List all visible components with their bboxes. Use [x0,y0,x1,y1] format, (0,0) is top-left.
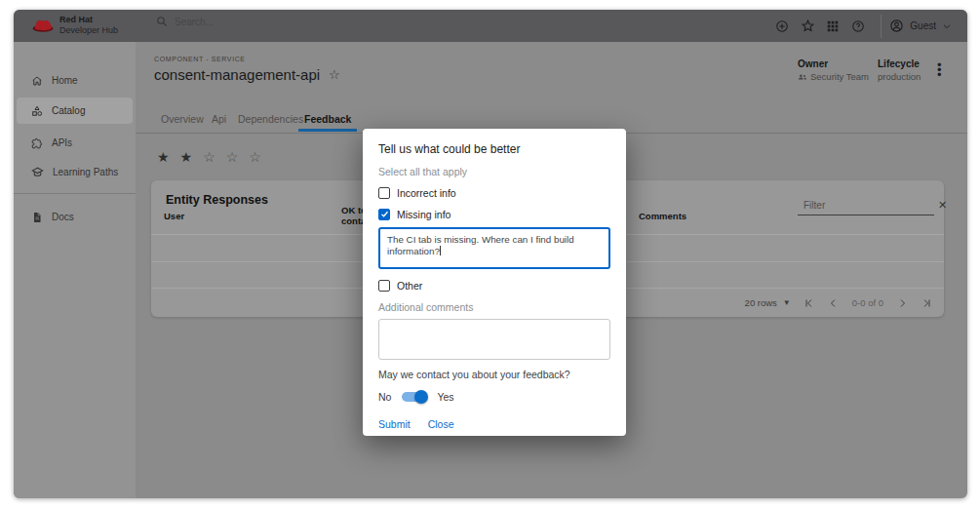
user-name: Guest [910,20,936,31]
pagination-range: 0-0 of 0 [852,297,883,308]
sidebar-item-home[interactable]: Home [17,67,133,94]
dialog-actions: Submit Close [378,418,610,430]
close-button[interactable]: Close [428,418,454,430]
feedback-text: The CI tab is missing. Where can I find … [387,234,574,256]
prev-page-button[interactable] [828,297,840,309]
dialog-title: Tell us what could be better [378,142,610,156]
toggle-on-label: Yes [437,391,453,403]
app-grid-icon[interactable] [820,20,845,33]
tab-dependencies[interactable]: Dependencies [238,113,303,125]
rating-star-4[interactable]: ☆ [226,149,239,165]
sidebar-item-learning-paths[interactable]: Learning Paths [17,159,133,185]
sidebar-divider [14,193,136,194]
contact-toggle[interactable] [402,392,426,402]
next-page-button[interactable] [896,297,908,309]
search-icon [156,16,168,27]
app-window: Red Hat Developer Hub [14,10,967,498]
header-divider [881,15,882,38]
docs-icon [31,212,43,223]
card-title: Entity Responses [166,193,268,207]
redhat-logo-icon [31,17,55,33]
catalog-icon [31,105,43,117]
help-icon[interactable] [845,20,871,33]
contact-question: May we contact you about your feedback? [378,369,610,381]
toggle-off-label: No [378,391,391,403]
api-puzzle-icon [31,137,43,149]
sidebar-item-label: Catalog [52,105,85,116]
chevron-down-icon [942,21,952,31]
rating-star-3[interactable]: ☆ [203,149,216,165]
tab-overview[interactable]: Overview [161,113,204,125]
page-title: consent-management-api [154,66,320,83]
learning-paths-icon [31,166,44,178]
favorite-entity-star-icon[interactable]: ☆ [329,67,340,82]
checkbox-label: Other [397,280,422,292]
rating-stars: ★ ★ ☆ ☆ ☆ [157,149,261,165]
contact-toggle-row: No Yes [378,388,610,405]
favorites-star-icon[interactable] [795,19,820,33]
add-circle-icon[interactable] [769,20,795,33]
brand-text: Red Hat Developer Hub [59,15,118,35]
lifecycle-label: Lifecycle [878,59,921,69]
sidebar-item-label: Learning Paths [53,167,118,177]
header-actions: Guest [769,10,967,42]
column-header-comments[interactable]: Comments [639,211,686,221]
global-header: Red Hat Developer Hub [14,10,967,42]
additional-comments-label: Additional comments [378,301,610,314]
lifecycle-block: Lifecycle production [878,59,921,82]
sidebar-item-label: Docs [52,212,74,222]
checkbox-label: Incorrect info [397,187,456,199]
lifecycle-value: production [878,71,921,82]
dialog-subtitle: Select all that apply [378,166,610,178]
entity-title-row: consent-management-api ☆ [154,66,340,83]
submit-button[interactable]: Submit [378,418,411,430]
tab-feedback[interactable]: Feedback [304,113,351,125]
sidebar-item-apis[interactable]: APIs [17,130,133,156]
rating-star-5[interactable]: ☆ [249,149,261,165]
checkbox-icon[interactable] [378,280,390,292]
owner-value[interactable]: Security Team [810,71,869,82]
sidebar-item-label: Home [52,75,78,86]
checkbox-icon[interactable] [378,187,390,199]
global-search[interactable] [156,16,321,27]
sidebar-item-docs[interactable]: Docs [17,204,133,230]
screenshot-canvas: Red Hat Developer Hub [0,0,980,508]
search-input[interactable] [175,17,321,27]
additional-comments-textarea[interactable] [378,319,610,360]
group-icon [798,72,807,82]
text-cursor [440,246,441,255]
last-page-button[interactable] [921,297,932,309]
sidebar-item-label: APIs [52,137,72,148]
feedback-dialog: Tell us what could be better Select all … [363,129,626,436]
sidebar-item-catalog[interactable]: Catalog [17,98,133,124]
filter-input[interactable] [804,200,932,211]
filter-clear-icon[interactable]: ✕ [938,199,947,212]
brand-line1: Red Hat [59,15,118,25]
brand-line2: Developer Hub [59,25,118,36]
checkbox-label: Missing info [397,209,451,220]
filter-field[interactable]: ✕ [798,196,934,215]
sidebar-nav: Home Catalog APIs Learning Paths [14,42,136,498]
tab-api[interactable]: Api [212,113,226,125]
rating-star-2[interactable]: ★ [180,149,193,165]
feedback-textarea[interactable]: The CI tab is missing. Where can I find … [378,227,610,269]
column-header-user[interactable]: User [164,211,184,221]
rows-per-page-select[interactable]: 20 rows ▼ [745,297,791,308]
owner-label: Owner [798,59,869,69]
breadcrumb: COMPONENT - SERVICE [154,56,246,62]
toggle-thumb[interactable] [414,390,428,404]
checkbox-incorrect-info[interactable]: Incorrect info [378,185,610,200]
chevron-down-icon: ▼ [783,298,791,307]
rating-star-1[interactable]: ★ [157,149,170,165]
checkbox-icon[interactable] [378,209,390,220]
checkbox-other[interactable]: Other [378,278,610,293]
kebab-menu-icon[interactable]: ••• [937,62,942,77]
account-icon [889,19,904,33]
first-page-button[interactable] [804,297,815,309]
home-icon [31,75,43,87]
checkbox-missing-info[interactable]: Missing info [378,207,610,221]
user-menu[interactable]: Guest [889,19,952,33]
owner-block: Owner Security Team [798,59,869,82]
